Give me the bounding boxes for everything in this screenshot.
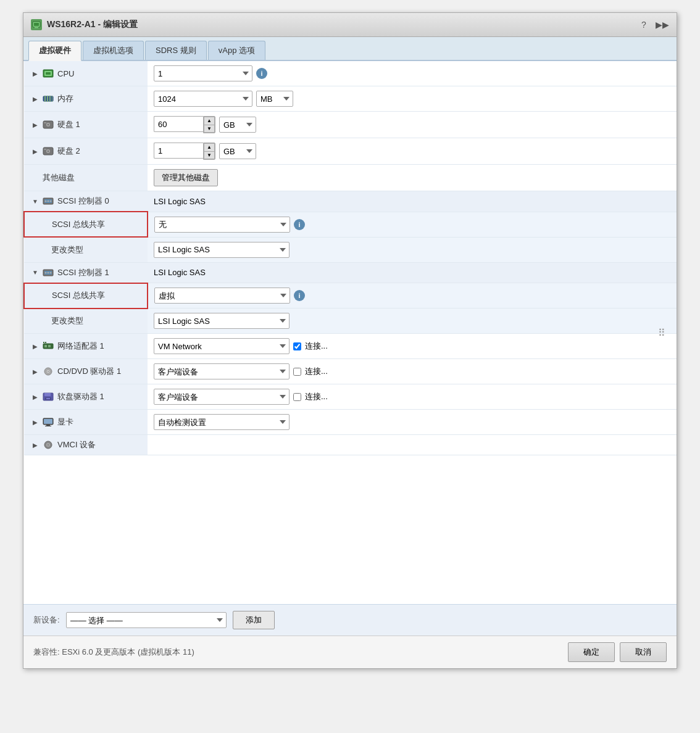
vm-title-icon bbox=[31, 19, 42, 30]
other-disk-row: 其他磁盘 管理其他磁盘 bbox=[24, 165, 677, 191]
scsi0-type-select[interactable]: LSI Logic SAS BusLogic LSI Logic Paralle… bbox=[154, 242, 290, 258]
hdd2-expand[interactable]: ▶ bbox=[31, 147, 39, 155]
tab-vm-options[interactable]: 虚拟机选项 bbox=[83, 41, 144, 60]
hdd1-down[interactable]: ▼ bbox=[204, 125, 215, 133]
display-icon bbox=[43, 418, 54, 426]
scsi1-icon bbox=[43, 268, 54, 277]
svg-point-26 bbox=[45, 271, 47, 273]
net1-expand[interactable]: ▶ bbox=[31, 342, 39, 350]
display-row: ▶ 显卡 bbox=[24, 410, 677, 435]
new-device-select[interactable]: —— 选择 —— bbox=[66, 612, 227, 628]
floppy1-field-group: 客户端设备 主机设备 连接... bbox=[154, 389, 670, 405]
cpu-expand[interactable]: ▶ bbox=[31, 70, 39, 77]
manage-disk-button[interactable]: 管理其他磁盘 bbox=[154, 169, 218, 186]
scsi1-bus-label: SCSI 总线共享 bbox=[52, 291, 105, 300]
cpu-row: ▶ CPU bbox=[24, 61, 677, 86]
scsi0-expand[interactable]: ▼ bbox=[31, 197, 39, 205]
memory-expand[interactable]: ▶ bbox=[31, 95, 39, 102]
svg-rect-14 bbox=[44, 122, 46, 123]
svg-rect-7 bbox=[44, 96, 46, 102]
svg-rect-5 bbox=[46, 72, 51, 75]
tab-vapp-options[interactable]: vApp 选项 bbox=[208, 41, 265, 60]
cancel-button[interactable]: 取消 bbox=[620, 642, 667, 662]
add-device-button[interactable]: 添加 bbox=[233, 611, 275, 629]
cddvd1-row: ▶ CD/DVD 驱动器 1 bbox=[24, 359, 677, 384]
floppy1-select[interactable]: 客户端设备 主机设备 bbox=[154, 389, 290, 405]
hdd1-expand[interactable]: ▶ bbox=[31, 121, 39, 128]
scsi0-bus-row: SCSI 总线共享 无 虚拟 物理 i bbox=[24, 212, 677, 237]
memory-unit-select[interactable]: MB GB bbox=[256, 91, 293, 107]
svg-point-22 bbox=[48, 201, 49, 202]
floppy1-connect-checkbox[interactable] bbox=[293, 393, 301, 401]
floppy1-row: ▶ 软盘驱动器 1 bbox=[24, 384, 677, 410]
scsi0-bus-field-group: 无 虚拟 物理 i bbox=[154, 217, 670, 233]
floppy1-icon bbox=[43, 392, 54, 401]
tab-sdrs-rules[interactable]: SDRS 规则 bbox=[145, 41, 207, 60]
net1-select[interactable]: VM Network bbox=[154, 338, 290, 354]
memory-select[interactable]: 1024 2048 4096 bbox=[154, 91, 252, 107]
hdd1-unit-select[interactable]: GB MB TB bbox=[219, 117, 256, 133]
footer: 兼容性: ESXi 6.0 及更高版本 (虚拟机版本 11) 确定 取消 bbox=[23, 636, 677, 668]
scsi1-label: SCSI 控制器 1 bbox=[57, 267, 109, 278]
floppy1-expand[interactable]: ▶ bbox=[31, 393, 39, 400]
floppy1-label: 软盘驱动器 1 bbox=[57, 391, 104, 402]
cddvd1-field-group: 客户端设备 主机设备 数据存储 ISO 文件 连接... bbox=[154, 363, 670, 379]
net1-icon bbox=[43, 342, 54, 350]
memory-label: 内存 bbox=[57, 93, 73, 104]
hdd1-field-group: ▲ ▼ GB MB TB bbox=[154, 116, 670, 133]
hdd2-row: ▶ 硬盘 2 bbox=[24, 138, 677, 165]
display-select[interactable]: 自动检测设置 使用主机设置 bbox=[154, 414, 290, 430]
svg-rect-8 bbox=[47, 96, 48, 102]
scsi1-bus-info-icon[interactable]: i bbox=[294, 290, 305, 301]
display-expand[interactable]: ▶ bbox=[31, 418, 39, 426]
help-button[interactable]: ? bbox=[637, 18, 651, 31]
cddvd1-connect-checkbox[interactable] bbox=[293, 368, 301, 376]
vmci-expand[interactable]: ▶ bbox=[31, 441, 39, 449]
scroll-area[interactable]: ▶ CPU bbox=[23, 61, 677, 604]
hdd2-input[interactable] bbox=[154, 143, 203, 159]
svg-point-47 bbox=[48, 444, 49, 446]
cpu-info-icon[interactable]: i bbox=[256, 68, 267, 79]
cpu-label: CPU bbox=[57, 69, 74, 78]
scsi1-bus-field-group: 无 虚拟 物理 i bbox=[154, 288, 670, 304]
memory-row: ▶ 内存 bbox=[24, 86, 677, 112]
svg-rect-42 bbox=[44, 419, 52, 424]
dialog-title: WS16R2-A1 - 编辑设置 bbox=[47, 19, 138, 30]
ok-button[interactable]: 确定 bbox=[568, 642, 615, 662]
hdd1-label: 硬盘 1 bbox=[57, 119, 80, 130]
cpu-select[interactable]: 1 2 4 8 bbox=[154, 65, 252, 81]
vmci-label: VMCI 设备 bbox=[57, 439, 96, 450]
tab-virtual-hardware[interactable]: 虚拟硬件 bbox=[28, 41, 81, 61]
tabs-container: 虚拟硬件 虚拟机选项 SDRS 规则 vApp 选项 bbox=[23, 37, 677, 61]
hdd2-down[interactable]: ▼ bbox=[204, 151, 215, 159]
cddvd1-icon bbox=[43, 367, 54, 376]
hdd1-row: ▶ 硬盘 1 bbox=[24, 112, 677, 138]
scsi1-bus-select[interactable]: 无 虚拟 物理 bbox=[154, 288, 290, 304]
scsi0-bus-select[interactable]: 无 虚拟 物理 bbox=[154, 217, 290, 233]
drag-handle[interactable]: ⠿ bbox=[658, 328, 665, 338]
vmci-row: ▶ VMCI 设备 bbox=[24, 435, 677, 455]
net1-connect-label: 连接... bbox=[305, 341, 328, 352]
svg-rect-31 bbox=[48, 345, 51, 347]
cddvd1-label: CD/DVD 驱动器 1 bbox=[57, 366, 121, 377]
hdd1-input[interactable] bbox=[154, 116, 203, 132]
svg-rect-44 bbox=[45, 426, 51, 426]
hdd2-up[interactable]: ▲ bbox=[204, 143, 215, 151]
forward-button[interactable]: ▶▶ bbox=[656, 18, 669, 31]
net1-connect-checkbox[interactable] bbox=[293, 342, 301, 350]
hdd1-up[interactable]: ▲ bbox=[204, 117, 215, 125]
title-bar: WS16R2-A1 - 编辑设置 ? ▶▶ bbox=[23, 13, 677, 37]
compatibility-text: 兼容性: ESXi 6.0 及更高版本 (虚拟机版本 11) bbox=[33, 647, 194, 658]
svg-point-28 bbox=[50, 271, 52, 273]
hdd2-unit-select[interactable]: GB MB TB bbox=[219, 143, 256, 159]
cddvd1-select[interactable]: 客户端设备 主机设备 数据存储 ISO 文件 bbox=[154, 363, 290, 379]
scsi1-expand[interactable]: ▼ bbox=[31, 269, 39, 276]
ram-icon bbox=[43, 94, 54, 103]
scsi1-type-select[interactable]: LSI Logic SAS BusLogic LSI Logic Paralle… bbox=[154, 313, 290, 329]
cddvd1-expand[interactable]: ▶ bbox=[31, 368, 39, 375]
scsi0-label: SCSI 控制器 0 bbox=[57, 196, 109, 207]
scsi1-value: LSI Logic SAS bbox=[154, 268, 206, 277]
scsi0-bus-info-icon[interactable]: i bbox=[294, 219, 305, 230]
hdd1-icon bbox=[43, 120, 54, 129]
svg-rect-2 bbox=[35, 27, 38, 28]
